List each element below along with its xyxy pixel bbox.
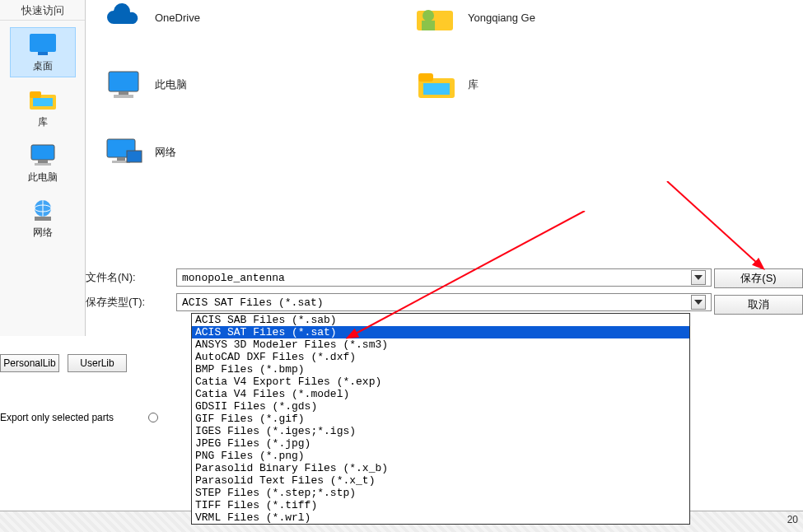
svg-rect-18 bbox=[418, 73, 433, 82]
svg-rect-6 bbox=[38, 160, 48, 163]
filetype-option[interactable]: PNG Files (*.png) bbox=[192, 450, 689, 462]
user-lib-button[interactable]: UserLib bbox=[68, 354, 127, 372]
user-folder-icon bbox=[415, 0, 458, 35]
filename-input[interactable]: monopole_antenna bbox=[176, 268, 712, 287]
library-icon bbox=[415, 68, 458, 102]
svg-rect-7 bbox=[35, 163, 51, 166]
file-browser-area: OneDrive Yongqiang Ge 此电脑 库 网络 bbox=[86, 0, 695, 247]
desktop-icon bbox=[26, 31, 59, 58]
file-item-label: 库 bbox=[468, 77, 479, 92]
filetype-option[interactable]: ACIS SAT Files (*.sat) bbox=[192, 326, 689, 338]
pc-icon bbox=[26, 142, 59, 169]
sidebar-item-pc[interactable]: 此电脑 bbox=[10, 139, 76, 188]
file-item-pc[interactable]: 此电脑 bbox=[102, 68, 283, 102]
network-icon bbox=[26, 198, 59, 224]
filetype-option[interactable]: GIF Files (*.gif) bbox=[192, 413, 689, 425]
save-button[interactable]: 保存(S) bbox=[714, 268, 803, 288]
svg-rect-19 bbox=[423, 83, 450, 95]
filetype-option[interactable]: Parasolid Binary Files (*.x_b) bbox=[192, 462, 689, 474]
library-buttons: PersonalLib UserLib bbox=[0, 354, 127, 372]
filetype-option[interactable]: ANSYS 3D Modeler Files (*.sm3) bbox=[192, 338, 689, 351]
sidebar-item-label: 此电脑 bbox=[28, 170, 58, 184]
file-item-label: OneDrive bbox=[155, 12, 200, 24]
dropdown-button-icon[interactable] bbox=[691, 295, 706, 310]
svg-rect-4 bbox=[33, 98, 53, 106]
export-only-selected-label: Export only selected parts bbox=[0, 412, 114, 423]
sidebar-item-label: 库 bbox=[38, 115, 48, 129]
file-item-library[interactable]: 库 bbox=[415, 68, 596, 102]
svg-rect-23 bbox=[127, 151, 142, 162]
export-options-row: Export only selected parts bbox=[0, 412, 158, 423]
file-item-label: 网络 bbox=[155, 145, 176, 160]
filetype-option[interactable]: Catia V4 Export Files (*.exp) bbox=[192, 376, 689, 388]
sidebar-item-label: 网络 bbox=[33, 226, 53, 240]
file-item-network[interactable]: 网络 bbox=[102, 135, 283, 170]
filetype-option[interactable]: STEP Files (*.step;*.stp) bbox=[192, 487, 689, 499]
sidebar-item-library[interactable]: 库 bbox=[10, 84, 76, 133]
svg-point-12 bbox=[423, 10, 434, 21]
filetype-value: ACIS SAT Files (*.sat) bbox=[182, 296, 324, 309]
filetype-option[interactable]: Catia V4 Files (*.model) bbox=[192, 388, 689, 400]
file-item-user[interactable]: Yongqiang Ge bbox=[415, 0, 596, 35]
filename-value: monopole_antenna bbox=[182, 272, 285, 284]
filetype-option[interactable]: VRML Files (*.wrl) bbox=[192, 511, 689, 524]
filetype-option[interactable]: Parasolid Text Files (*.x_t) bbox=[192, 474, 689, 487]
filename-label: 文件名(N): bbox=[86, 270, 176, 285]
dialog-buttons: 保存(S) 取消 bbox=[714, 268, 803, 315]
file-item-onedrive[interactable]: OneDrive bbox=[102, 0, 283, 35]
export-radio[interactable] bbox=[148, 413, 158, 422]
svg-rect-15 bbox=[119, 91, 128, 95]
filetype-option[interactable]: IGES Files (*.iges;*.igs) bbox=[192, 425, 689, 437]
cancel-button[interactable]: 取消 bbox=[714, 295, 803, 315]
zoom-value: 20 bbox=[787, 514, 798, 525]
svg-rect-16 bbox=[114, 95, 133, 98]
personal-lib-button[interactable]: PersonalLib bbox=[0, 354, 59, 372]
svg-rect-0 bbox=[30, 34, 56, 52]
filetype-combobox[interactable]: ACIS SAT Files (*.sat) bbox=[176, 293, 712, 311]
filetype-option[interactable]: TIFF Files (*.tiff) bbox=[192, 499, 689, 511]
filetype-option[interactable]: BMP Files (*.bmp) bbox=[192, 363, 689, 376]
svg-rect-5 bbox=[31, 145, 54, 160]
places-sidebar: 快速访问 桌面 库 此电脑 网络 bbox=[0, 0, 86, 336]
svg-rect-13 bbox=[422, 21, 435, 30]
library-icon bbox=[26, 87, 59, 114]
quick-access-header: 快速访问 bbox=[0, 0, 85, 21]
filetype-option[interactable]: JPEG Files (*.jpg) bbox=[192, 437, 689, 450]
cloud-icon bbox=[102, 0, 145, 35]
file-item-label: 此电脑 bbox=[155, 77, 187, 92]
dropdown-button-icon[interactable] bbox=[691, 270, 706, 285]
svg-rect-14 bbox=[109, 72, 138, 91]
filetype-option[interactable]: ACIS SAB Files (*.sab) bbox=[192, 314, 689, 326]
svg-rect-10 bbox=[35, 217, 51, 221]
svg-rect-3 bbox=[30, 91, 41, 98]
sidebar-item-desktop[interactable]: 桌面 bbox=[10, 27, 76, 77]
sidebar-item-network[interactable]: 网络 bbox=[10, 194, 76, 243]
pc-icon bbox=[102, 68, 145, 102]
filetype-dropdown-list[interactable]: ACIS SAB Files (*.sab)ACIS SAT Files (*.… bbox=[191, 313, 690, 525]
filetype-option[interactable]: AutoCAD DXF Files (*.dxf) bbox=[192, 351, 689, 363]
svg-rect-1 bbox=[38, 52, 48, 55]
svg-rect-21 bbox=[117, 157, 125, 161]
filetype-label: 保存类型(T): bbox=[86, 295, 176, 310]
network-pc-icon bbox=[102, 135, 145, 170]
save-form: 文件名(N): monopole_antenna 保存类型(T): ACIS S… bbox=[86, 268, 712, 318]
filetype-option[interactable]: GDSII Files (*.gds) bbox=[192, 400, 689, 413]
sidebar-item-label: 桌面 bbox=[33, 59, 53, 73]
file-item-label: Yongqiang Ge bbox=[468, 12, 535, 24]
